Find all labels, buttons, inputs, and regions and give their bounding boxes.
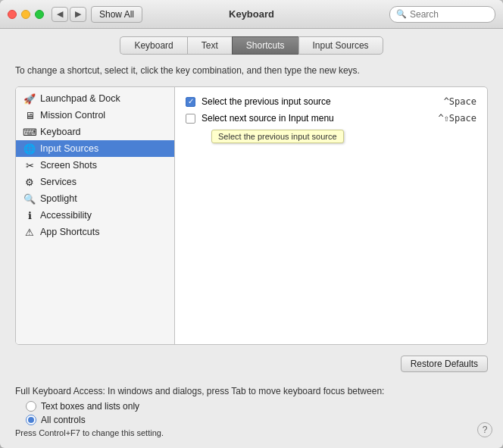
app-shortcuts-icon: ⚠	[23, 226, 36, 238]
sidebar-item-keyboard[interactable]: ⌨ Keyboard	[16, 124, 174, 140]
show-all-button[interactable]: Show All	[91, 6, 142, 23]
shortcut-key-prev-input: ^Space	[444, 96, 476, 107]
input-sources-icon: 🌐	[23, 143, 36, 155]
sidebar-label-services: Services	[40, 177, 77, 187]
sidebar-label-input-sources: Input Sources	[40, 143, 98, 154]
content-area: To change a shortcut, select it, click t…	[0, 55, 503, 448]
spotlight-icon: 🔍	[23, 193, 36, 205]
radio-btn-text-boxes[interactable]	[26, 401, 36, 412]
search-input[interactable]	[410, 9, 489, 20]
sidebar-label-keyboard: Keyboard	[40, 127, 81, 137]
sidebar-item-launchpad[interactable]: 🚀 Launchpad & Dock	[16, 90, 174, 107]
traffic-lights	[8, 10, 44, 19]
sidebar-label-spotlight: Spotlight	[40, 193, 77, 204]
sidebar-item-input-sources[interactable]: 🌐 Input Sources	[16, 140, 174, 157]
sidebar-item-mission-control[interactable]: 🖥 Mission Control	[16, 107, 174, 124]
shortcut-row-prev-input: Select the previous input source ^Space	[181, 93, 481, 110]
help-button[interactable]: ?	[477, 422, 492, 437]
sidebar-label-accessibility: Accessibility	[40, 210, 92, 221]
sidebar-item-screen-shots[interactable]: ✂ Screen Shots	[16, 157, 174, 174]
shortcut-label-prev-input: Select the previous input source	[202, 96, 438, 107]
bottom-bar: Restore Defaults	[15, 352, 488, 374]
back-button[interactable]: ◀	[52, 7, 68, 22]
keyboard-access-section: Full Keyboard Access: In windows and dia…	[15, 381, 488, 440]
search-box[interactable]: 🔍	[389, 6, 495, 23]
radio-group: Text boxes and lists only All controls	[15, 401, 488, 425]
maximize-button[interactable]	[35, 10, 44, 19]
close-button[interactable]	[8, 10, 17, 19]
shortcut-label-next-input: Select next source in Input menu	[202, 113, 432, 124]
radio-label-all-controls: All controls	[41, 415, 86, 425]
services-icon: ⚙	[23, 176, 36, 188]
search-icon: 🔍	[396, 9, 407, 19]
tab-input-sources[interactable]: Input Sources	[298, 36, 383, 55]
radio-text-boxes[interactable]: Text boxes and lists only	[26, 401, 488, 412]
minimize-button[interactable]	[21, 10, 30, 19]
shortcut-row-next-input: Select next source in Input menu ^⇧Space…	[181, 110, 481, 127]
restore-defaults-button[interactable]: Restore Defaults	[401, 356, 488, 372]
checkbox-prev-input[interactable]	[186, 97, 195, 107]
sidebar-label-app-shortcuts: App Shortcuts	[40, 227, 100, 237]
main-panel: 🚀 Launchpad & Dock 🖥 Mission Control ⌨ K…	[15, 86, 488, 345]
forward-button[interactable]: ▶	[70, 7, 86, 22]
sidebar: 🚀 Launchpad & Dock 🖥 Mission Control ⌨ K…	[16, 87, 175, 344]
sidebar-item-app-shortcuts[interactable]: ⚠ App Shortcuts	[16, 224, 174, 240]
right-panel: Select the previous input source ^Space …	[175, 87, 487, 344]
tab-shortcuts[interactable]: Shortcuts	[232, 36, 298, 55]
titlebar: ◀ ▶ Show All Keyboard 🔍	[0, 0, 503, 29]
tabs-bar: Keyboard Text Shortcuts Input Sources	[0, 29, 503, 55]
tooltip: Select the previous input source	[211, 130, 344, 143]
tab-text[interactable]: Text	[187, 36, 232, 55]
radio-label-text-boxes: Text boxes and lists only	[41, 401, 139, 412]
launchpad-icon: 🚀	[23, 92, 36, 105]
mission-control-icon: 🖥	[23, 109, 36, 121]
keyboard-icon: ⌨	[23, 126, 36, 138]
sidebar-item-services[interactable]: ⚙ Services	[16, 174, 174, 190]
shortcut-key-next-input: ^⇧Space	[438, 113, 476, 124]
instructions-text: To change a shortcut, select it, click t…	[15, 65, 488, 76]
sidebar-item-spotlight[interactable]: 🔍 Spotlight	[16, 190, 174, 207]
window-title: Keyboard	[229, 8, 274, 20]
keyboard-preferences-window: ◀ ▶ Show All Keyboard 🔍 Keyboard Text Sh…	[0, 0, 503, 448]
radio-all-controls[interactable]: All controls	[26, 415, 488, 425]
checkbox-next-input[interactable]	[186, 114, 195, 124]
sidebar-label-launchpad: Launchpad & Dock	[40, 93, 120, 104]
accessibility-icon: ℹ	[23, 209, 36, 221]
screen-shots-icon: ✂	[23, 159, 36, 171]
nav-buttons: ◀ ▶	[52, 7, 86, 22]
radio-btn-all-controls[interactable]	[26, 415, 36, 425]
keyboard-access-footer: Press Control+F7 to change this setting.	[15, 428, 488, 437]
sidebar-item-accessibility[interactable]: ℹ Accessibility	[16, 207, 174, 224]
tab-keyboard[interactable]: Keyboard	[120, 36, 186, 55]
keyboard-access-title: Full Keyboard Access: In windows and dia…	[15, 386, 488, 396]
sidebar-label-screen-shots: Screen Shots	[40, 160, 97, 171]
sidebar-label-mission-control: Mission Control	[40, 110, 105, 121]
